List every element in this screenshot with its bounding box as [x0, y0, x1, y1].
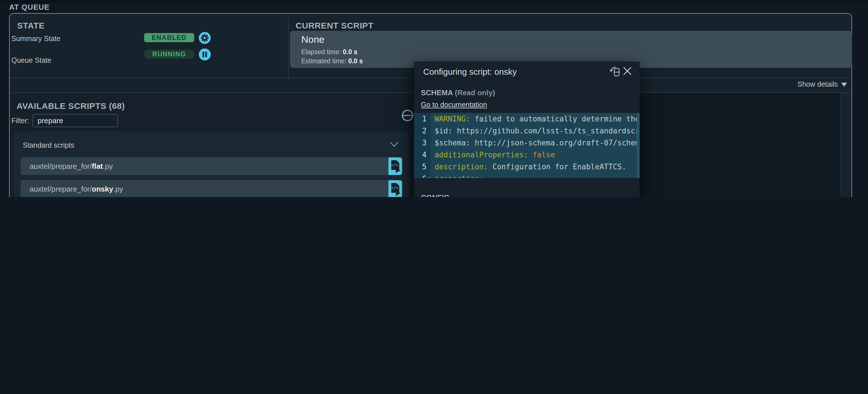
script-file-icon: </> [390, 159, 401, 173]
script-path: auxtel/prepare_for/onsky.py [30, 180, 123, 197]
show-details-toggle[interactable]: Show details [797, 80, 847, 88]
show-details-label: Show details [797, 80, 838, 88]
schema-readonly-label: (Read only) [455, 88, 495, 97]
filter-label: Filter: [11, 117, 29, 125]
script-path: auxtel/prepare_for/flat.py [30, 158, 113, 175]
schema-line: 1WARNING: failed to automatically determ… [414, 113, 640, 125]
state-section-title: STATE [17, 21, 45, 30]
summary-state-label: Summary State [11, 35, 60, 43]
detach-window-icon [609, 66, 621, 77]
pause-icon [199, 49, 211, 60]
configure-script-button[interactable]: </> [389, 180, 402, 197]
estimated-time-label: Estimated time: [301, 58, 347, 64]
current-script-title: CURRENT SCRIPT [296, 21, 373, 30]
modal-title: Configuring script: onsky [423, 67, 517, 77]
schema-line: 5description: Configuration for EnableAT… [414, 161, 640, 173]
elapsed-time-value: 0.0 s [343, 49, 358, 55]
schema-scrollbar[interactable] [637, 113, 640, 178]
chevron-down-icon[interactable] [390, 141, 399, 147]
estimated-time-row: Estimated time: 0.0 s [301, 58, 363, 64]
detach-window-button[interactable] [609, 66, 621, 77]
documentation-link[interactable]: Go to documentation [421, 101, 487, 109]
minus-circle-icon [402, 110, 413, 121]
panel-title: AT QUEUE [9, 3, 50, 11]
script-file-icon: </> [390, 182, 401, 196]
elapsed-time-label: Elapsed time: [301, 49, 341, 55]
queue-state-badge: RUNNING [144, 50, 194, 59]
schema-line: 3$schema: http://json-schema.org/draft-0… [414, 137, 640, 149]
svg-text:</>: </> [391, 162, 398, 167]
queue-pause-button[interactable] [199, 49, 211, 60]
close-modal-button[interactable] [623, 67, 632, 75]
filter-input[interactable] [32, 114, 118, 127]
pane-divider-right [841, 93, 841, 197]
collapse-pane-button[interactable] [402, 110, 413, 121]
config-section-label: CONFIG [421, 193, 450, 197]
schema-section-label: SCHEMA (Read only) [421, 88, 495, 97]
configure-script-modal: Configuring script: onsky SCHEMA (Read o… [414, 62, 640, 197]
at-queue-view: AT QUEUE STATE Summary State Queue State… [0, 0, 868, 197]
current-script-name: None [301, 34, 324, 46]
elapsed-time-row: Elapsed time: 0.0 s [301, 49, 358, 55]
queue-state-label: Queue State [11, 56, 51, 64]
script-row-flat[interactable]: auxtel/prepare_for/flat.py </> [21, 158, 402, 175]
standard-scripts-header[interactable]: Standard scripts [23, 141, 74, 149]
configure-script-button[interactable]: </> [389, 158, 402, 175]
script-row-onsky[interactable]: auxtel/prepare_for/onsky.py </> [21, 180, 402, 197]
scripts-list-container: Standard scripts auxtel/prepare_for/flat… [14, 131, 409, 197]
state-section-divider [288, 17, 289, 78]
summary-state-badge: ENABLED [144, 33, 194, 42]
summary-state-config-button[interactable] [199, 32, 211, 44]
schema-line: 4additionalProperties: false [414, 149, 640, 161]
top-strip [0, 0, 868, 3]
available-scripts-title: AVAILABLE SCRIPTS (68) [17, 101, 125, 111]
close-icon [623, 67, 632, 75]
fold-triangle-icon[interactable] [427, 177, 431, 178]
chevron-down-icon [841, 82, 847, 86]
gear-icon [199, 32, 211, 44]
estimated-time-value: 0.0 s [348, 58, 363, 64]
svg-text:</>: </> [391, 185, 398, 190]
schema-editor[interactable]: 1WARNING: failed to automatically determ… [414, 113, 640, 178]
collapsed-right-pane [841, 93, 851, 197]
schema-line: 6properties: [414, 173, 640, 178]
schema-line: 2$id: https://github.com/lsst-ts/ts_stan… [414, 125, 640, 137]
